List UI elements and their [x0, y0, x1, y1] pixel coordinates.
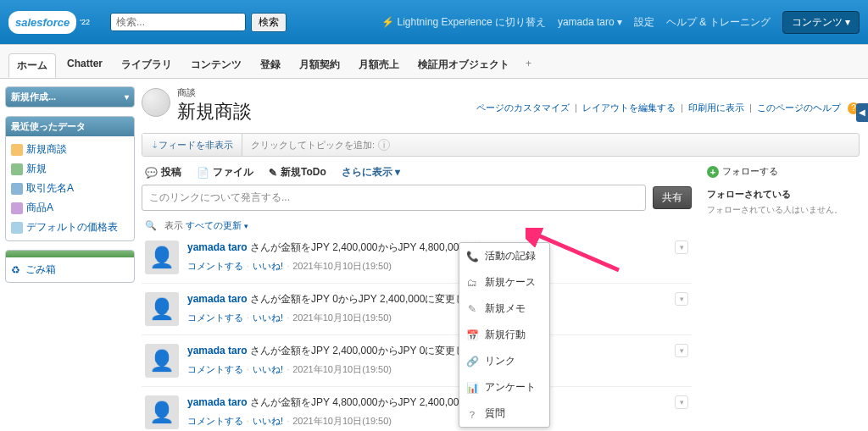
recent-item-opportunity[interactable]: 新規商談	[11, 140, 129, 159]
dd-new-case[interactable]: 🗂新規ケース	[459, 269, 549, 296]
feed-user-link[interactable]: yamada taro	[187, 293, 248, 305]
tab-library[interactable]: ライブラリ	[114, 53, 180, 78]
feed-item: 👤 yamada taro さんが金額をJPY 4,800,000からJPY 2…	[142, 386, 692, 431]
dd-new-event[interactable]: 📅新規行動	[459, 322, 549, 348]
dd-link[interactable]: 🔗リンク	[459, 348, 549, 374]
caret-down-icon: ▾	[395, 166, 400, 178]
like-link[interactable]: いいね!	[253, 261, 283, 271]
tab-monthly-sales[interactable]: 月額売上	[351, 53, 407, 78]
print-view-link[interactable]: 印刷用に表示	[688, 102, 744, 113]
page-title: 新規商談	[177, 99, 252, 124]
comment-link[interactable]: コメントする	[187, 416, 243, 426]
case-icon: 🗂	[466, 277, 478, 289]
pub-tab-todo[interactable]: ✎新規ToDo	[269, 165, 326, 180]
add-topic-prompt[interactable]: クリックしてトピックを追加:i	[242, 139, 398, 152]
logo-cloud: salesforce	[8, 11, 76, 34]
customize-page-link[interactable]: ページのカスタマイズ	[476, 102, 570, 113]
feed-item-menu[interactable]: ▾	[675, 292, 688, 306]
feed-item-menu[interactable]: ▾	[675, 395, 688, 409]
tab-register[interactable]: 登録	[253, 53, 288, 78]
tab-custom-object[interactable]: 検証用オブジェクト	[410, 53, 517, 78]
feed-date: 2021年10月10日(19:50)	[292, 261, 392, 271]
follow-button[interactable]: +フォローする	[707, 165, 778, 178]
like-link[interactable]: いいね!	[253, 416, 283, 426]
feed-date: 2021年10月10日(19:50)	[292, 416, 392, 426]
new-box: 新規作成...▾	[5, 86, 135, 108]
lightning-switch-link[interactable]: Lightning Experience に切り替え	[381, 15, 546, 30]
search-input[interactable]	[110, 13, 246, 31]
settings-link[interactable]: 設定	[634, 15, 654, 30]
followers-header: フォローされている	[707, 188, 860, 201]
page-header: 商談 新規商談 ページのカスタマイズ | レイアウトを編集する | 印刷用に表示…	[142, 86, 860, 124]
feed-filter-select[interactable]: すべての更新 ▾	[186, 220, 248, 230]
comment-link[interactable]: コメントする	[187, 364, 243, 374]
plus-icon: +	[707, 166, 719, 178]
feed-user-link[interactable]: yamada taro	[187, 396, 248, 408]
trash-icon: ♻	[11, 264, 20, 276]
side-panel-toggle[interactable]: ◀	[856, 103, 868, 122]
help-link[interactable]: ヘルプ & トレーニング	[666, 15, 771, 30]
account-icon	[11, 183, 23, 195]
logo[interactable]: salesforce '22	[8, 5, 85, 39]
share-button[interactable]: 共有	[653, 186, 692, 209]
trash-box: ♻ごみ箱	[5, 250, 135, 283]
recent-item-lead[interactable]: 新規	[11, 159, 129, 179]
hide-feed-button[interactable]: フィードを非表示	[142, 134, 242, 156]
comment-link[interactable]: コメントする	[187, 261, 243, 271]
feed-filter: 🔍 表示 すべての更新 ▾	[142, 219, 692, 232]
publisher-tabs: 💬投稿 📄ファイル ✎新規ToDo さらに表示 ▾	[142, 165, 692, 185]
dd-question[interactable]: ？質問	[459, 401, 549, 427]
avatar[interactable]: 👤	[145, 344, 179, 378]
pricebook-icon	[11, 222, 23, 234]
tab-monthly-contract[interactable]: 月額契約	[292, 53, 348, 78]
recent-header: 最近使ったデータ	[6, 117, 134, 136]
pub-tab-file[interactable]: 📄ファイル	[197, 165, 253, 180]
poll-icon: 📊	[466, 382, 478, 394]
new-create-menu[interactable]: 新規作成...▾	[6, 87, 134, 107]
publisher: 💬投稿 📄ファイル ✎新規ToDo さらに表示 ▾ このリンクについて発言する.…	[142, 165, 692, 431]
link-icon: 🔗	[466, 356, 478, 367]
content-menu-button[interactable]: コンテンツ ▾	[782, 11, 860, 34]
like-link[interactable]: いいね!	[253, 312, 283, 323]
caret-down-icon: ▾	[244, 222, 248, 230]
calendar-icon: 📅	[466, 329, 478, 341]
top-right-links: Lightning Experience に切り替え yamada taro ▾…	[381, 11, 860, 34]
note-icon: ✎	[466, 303, 478, 315]
feed-date: 2021年10月10日(19:50)	[292, 312, 392, 323]
publisher-input[interactable]: このリンクについて発言する...	[142, 185, 646, 211]
avatar[interactable]: 👤	[145, 292, 179, 326]
follow-panel: +フォローする フォローされている フォローされている人はいません。	[707, 165, 860, 431]
avatar[interactable]: 👤	[145, 240, 179, 274]
trash-link[interactable]: ♻ごみ箱	[11, 262, 129, 277]
dd-new-note[interactable]: ✎新規メモ	[459, 296, 549, 322]
pub-more-button[interactable]: さらに表示 ▾	[342, 165, 400, 180]
user-menu[interactable]: yamada taro ▾	[558, 16, 622, 28]
feed-item-menu[interactable]: ▾	[675, 344, 688, 357]
search-button[interactable]: 検索	[251, 13, 287, 32]
tab-content[interactable]: コンテンツ	[183, 53, 249, 78]
pub-tab-post[interactable]: 💬投稿	[145, 165, 181, 180]
search-icon[interactable]: 🔍	[145, 220, 157, 230]
recent-item-product[interactable]: 商品A	[11, 198, 129, 218]
edit-layout-link[interactable]: レイアウトを編集する	[582, 102, 676, 113]
tab-chatter[interactable]: Chatter	[59, 53, 110, 78]
feed-user-link[interactable]: yamada taro	[187, 241, 248, 253]
info-icon[interactable]: i	[378, 139, 390, 151]
feed-date: 2021年10月10日(19:50)	[292, 364, 392, 374]
page-help-link[interactable]: このページのヘルプ	[757, 102, 841, 113]
avatar[interactable]: 👤	[145, 395, 179, 429]
tab-home[interactable]: ホーム	[8, 53, 56, 78]
main-content: 商談 新規商談 ページのカスタマイズ | レイアウトを編集する | 印刷用に表示…	[140, 80, 868, 431]
feed-toolbar: フィードを非表示 クリックしてトピックを追加:i	[142, 133, 860, 157]
recent-item-pricebook[interactable]: デフォルトの価格表	[11, 218, 129, 237]
feed-item-menu[interactable]: ▾	[675, 240, 688, 254]
comment-link[interactable]: コメントする	[187, 312, 243, 323]
lead-icon	[11, 163, 23, 175]
like-link[interactable]: いいね!	[253, 364, 283, 374]
speech-icon: 💬	[145, 167, 158, 179]
recent-item-account[interactable]: 取引先名A	[11, 179, 129, 198]
dd-log-activity[interactable]: 📞活動の記録	[459, 243, 549, 269]
feed-user-link[interactable]: yamada taro	[187, 345, 248, 356]
tab-add-button[interactable]: +	[520, 53, 537, 78]
dd-poll[interactable]: 📊アンケート	[459, 374, 549, 401]
